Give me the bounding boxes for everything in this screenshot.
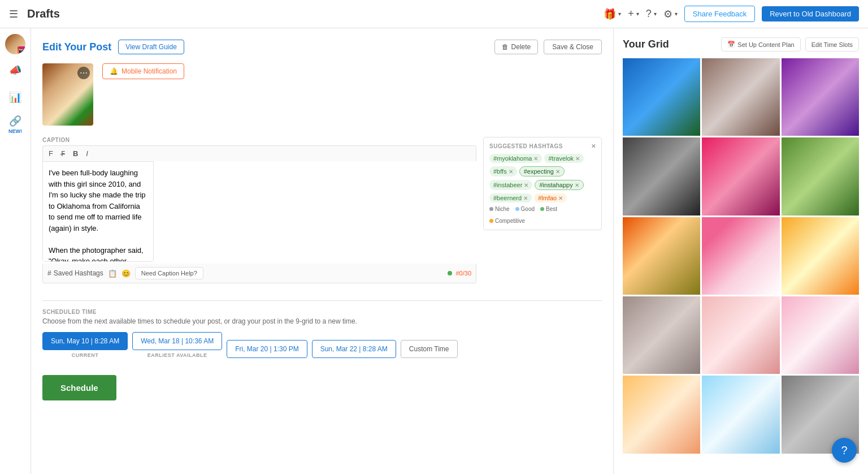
grid-panel: Your Grid 📅 Set Up Content Plan Edit Tim…	[614, 28, 868, 474]
grid-image-7	[623, 217, 700, 295]
avatar[interactable]: 📷	[5, 34, 25, 54]
font-strikethrough-button[interactable]: F̶	[58, 148, 68, 159]
good-dot	[515, 207, 519, 211]
remove-lmfao-icon[interactable]: ✕	[558, 195, 563, 201]
top-nav-left: ☰ Drafts	[9, 7, 60, 20]
edit-panel: Edit Your Post View Draft Guide 🗑 Delete…	[31, 28, 614, 474]
help-nav-button[interactable]: ? ▾	[646, 8, 657, 20]
time-slot-earliest-button[interactable]: Wed, Mar 18 | 10:36 AM	[132, 332, 222, 350]
niche-label: Niche	[495, 206, 510, 212]
time-slot-sun-button[interactable]: Sun, Mar 22 | 8:28 AM	[312, 340, 396, 358]
grid-image-11	[702, 296, 779, 374]
left-sidebar: 📷 📣 📊 🔗 NEW!	[0, 28, 31, 474]
caption-footer: # Saved Hashtags 📋 😊 Need Caption Help? …	[42, 264, 476, 283]
legend-good: Good	[515, 206, 535, 212]
plus-icon: +	[628, 8, 634, 20]
edit-header-left: Edit Your Post View Draft Guide	[42, 40, 184, 54]
time-slot-sun: Sun, Mar 22 | 8:28 AM	[312, 340, 396, 358]
hashtag-expecting[interactable]: #expecting ✕	[519, 166, 565, 176]
remove-expecting-icon[interactable]: ✕	[555, 169, 560, 175]
view-draft-guide-button[interactable]: View Draft Guide	[118, 40, 184, 54]
time-slot-current-button[interactable]: Sun, May 10 | 8:28 AM	[42, 332, 128, 350]
sidebar-item-link[interactable]: 🔗 NEW!	[4, 113, 27, 136]
legend-competitive: Competitive	[489, 218, 525, 224]
remove-bffs-icon[interactable]: ✕	[509, 169, 513, 175]
niche-dot	[489, 207, 493, 211]
gift-nav-button[interactable]: 🎁 ▾	[604, 8, 621, 20]
hashtag-row-1: #myoklahoma ✕ #travelok ✕	[489, 154, 596, 163]
set-content-label: Set Up Content Plan	[737, 41, 794, 48]
remove-instabeer-icon[interactable]: ✕	[524, 182, 528, 188]
remove-instahappy-icon[interactable]: ✕	[575, 182, 579, 188]
hashtag-bffs[interactable]: #bffs ✕	[489, 166, 517, 176]
close-hashtags-icon[interactable]: ✕	[591, 143, 596, 149]
hamburger-icon[interactable]: ☰	[9, 8, 18, 20]
best-label: Best	[546, 206, 557, 212]
grid-image-2	[702, 58, 779, 136]
sidebar-item-megaphone[interactable]: 📣	[4, 59, 27, 81]
settings-icon: ⚙	[663, 8, 672, 20]
grid-title: Your Grid	[623, 38, 669, 50]
notification-icon: 🔔	[110, 67, 118, 75]
bold-button[interactable]: B	[70, 148, 81, 159]
current-label: CURRENT	[72, 352, 99, 358]
section-divider	[42, 300, 602, 301]
caption-textarea[interactable]: I've been full-body laughing with this g…	[42, 161, 154, 262]
mobile-notification-button[interactable]: 🔔 Mobile Notification	[102, 63, 184, 79]
megaphone-icon: 📣	[9, 64, 21, 76]
hashtag-beernerd[interactable]: #beernerd ✕	[489, 193, 532, 202]
grid-image-13	[623, 376, 700, 453]
time-slot-fri-button[interactable]: Fri, Mar 20 | 1:30 PM	[227, 340, 307, 358]
hashtag-myoklahoma[interactable]: #myoklahoma ✕	[489, 154, 542, 163]
hashtag-travelok[interactable]: #travelok ✕	[544, 154, 584, 163]
revert-dashboard-button[interactable]: Revert to Old Dashboard	[762, 6, 859, 21]
green-dot-indicator	[448, 271, 452, 275]
gift-chevron-icon: ▾	[618, 11, 621, 17]
remove-travelok-icon[interactable]: ✕	[575, 156, 580, 162]
caption-section: CAPTION F F̶ B I I've been full-body lau…	[42, 137, 476, 283]
gift-icon: 🎁	[604, 8, 616, 20]
settings-nav-button[interactable]: ⚙ ▾	[663, 8, 678, 20]
image-options-icon[interactable]: ⋯	[77, 67, 90, 79]
earliest-label: EARLIEST AVAILABLE	[147, 352, 207, 358]
post-preview: ⋯ 🔔 Mobile Notification	[42, 63, 602, 126]
save-close-button[interactable]: Save & Close	[544, 40, 602, 54]
plus-nav-button[interactable]: + ▾	[628, 8, 639, 20]
grid-header: Your Grid 📅 Set Up Content Plan Edit Tim…	[623, 37, 859, 51]
good-label: Good	[521, 206, 535, 212]
share-feedback-button[interactable]: Share Feedback	[684, 6, 755, 22]
need-caption-help-button[interactable]: Need Caption Help?	[135, 267, 203, 279]
grid-image-9	[782, 217, 859, 295]
schedule-button[interactable]: Schedule	[42, 375, 116, 400]
emoji-button[interactable]: 😊	[121, 269, 131, 278]
caption-count: #0/30	[455, 270, 471, 277]
hashtag-row-4: #beernerd ✕ #lmfao ✕	[489, 193, 596, 202]
set-content-plan-button[interactable]: 📅 Set Up Content Plan	[721, 37, 800, 51]
remove-myoklahoma-icon[interactable]: ✕	[533, 156, 538, 162]
saved-hashtags-label: Saved Hashtags	[54, 269, 103, 277]
italic-button[interactable]: I	[83, 148, 92, 159]
remove-beernerd-icon[interactable]: ✕	[523, 195, 528, 201]
hashtag-row-3: #instabeer ✕ #instahappy ✕	[489, 180, 596, 190]
new-badge: NEW!	[8, 128, 22, 134]
custom-time-button[interactable]: Custom Time	[401, 340, 458, 358]
caption-toolbar: F F̶ B I	[42, 145, 476, 161]
calendar-icon: 📅	[727, 41, 735, 48]
sidebar-item-chart[interactable]: 📊	[4, 86, 27, 109]
hashtag-instabeer[interactable]: #instabeer ✕	[489, 180, 532, 190]
hashtag-instahappy[interactable]: #instahappy ✕	[535, 180, 583, 190]
help-fab-button[interactable]: ?	[832, 438, 857, 463]
top-nav-right: 🎁 ▾ + ▾ ? ▾ ⚙ ▾ Share Feedback Revert to…	[604, 6, 859, 22]
caption-status: #0/30	[448, 270, 471, 277]
saved-hashtags-button[interactable]: # Saved Hashtags	[47, 269, 103, 277]
notification-label: Mobile Notification	[121, 67, 177, 75]
edit-time-slots-button[interactable]: Edit Time Slots	[805, 37, 859, 51]
edit-header-right: 🗑 Delete Save & Close	[494, 40, 602, 54]
hashtag-lmfao[interactable]: #lmfao ✕	[534, 193, 567, 202]
delete-button[interactable]: 🗑 Delete	[494, 40, 539, 54]
hashtags-header: SUGGESTED HASHTAGS ✕	[489, 143, 596, 149]
font-normal-button[interactable]: F	[45, 148, 57, 159]
copy-button[interactable]: 📋	[108, 269, 117, 278]
scheduled-section: SCHEDULED TIME Choose from the next avai…	[42, 300, 602, 358]
best-dot	[540, 207, 544, 211]
